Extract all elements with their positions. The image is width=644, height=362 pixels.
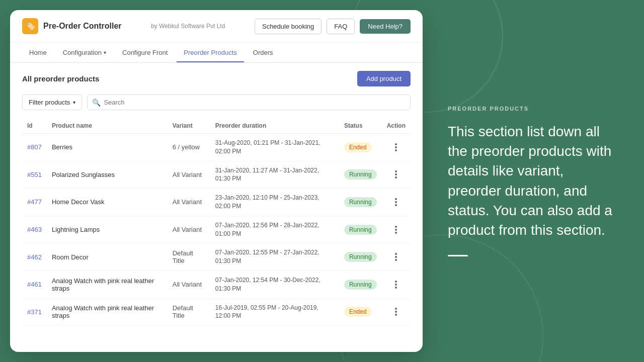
variant-2: All Variant <box>173 198 202 206</box>
duration-6: 16-Jul-2019, 02:55 PM - 20-Aug-2019, 12:… <box>215 304 318 320</box>
col-product-name: Product name <box>47 118 168 134</box>
dot-icon <box>395 149 397 151</box>
dot-icon <box>395 146 397 148</box>
status-badge-6: Ended <box>344 307 372 317</box>
table-row: #461 Analog Watch with pink real leather… <box>22 270 411 298</box>
chevron-down-icon: ▾ <box>73 100 75 105</box>
chevron-down-icon: ▾ <box>104 50 106 55</box>
dot-icon <box>395 176 397 178</box>
dot-icon <box>395 256 397 258</box>
status-badge-3: Running <box>344 225 377 235</box>
variant-3: All Variant <box>173 226 202 233</box>
app-card: 🏷️ Pre-Order Controller by Webkul Softwa… <box>10 10 423 352</box>
col-id: Id <box>22 118 47 134</box>
nav-item-configuration[interactable]: Configuration ▾ <box>56 43 113 62</box>
content-area: All preorder products Add product Filter… <box>10 63 423 334</box>
add-product-button[interactable]: Add product <box>357 71 411 86</box>
action-menu-2[interactable] <box>387 198 406 206</box>
search-input-wrap: 🔍 <box>87 95 411 110</box>
dot-icon <box>395 143 397 145</box>
product-name-2: Home Decor Vask <box>52 198 105 206</box>
schedule-booking-button[interactable]: Schedule booking <box>255 19 321 34</box>
product-id-4[interactable]: #462 <box>27 253 42 261</box>
nav-item-home[interactable]: Home <box>22 43 54 62</box>
dot-icon <box>395 229 397 231</box>
dot-icon <box>395 314 397 316</box>
status-badge-2: Running <box>344 197 377 207</box>
action-menu-4[interactable] <box>387 253 406 261</box>
product-id-2[interactable]: #477 <box>27 198 42 206</box>
filter-row: Filter products ▾ 🔍 <box>22 95 411 110</box>
variant-4: Default Title <box>173 249 193 264</box>
right-panel-label: PREORDER PRODUCTS <box>448 106 619 112</box>
col-preorder-duration: Preorder duration <box>210 118 339 134</box>
variant-1: All Variant <box>173 171 202 178</box>
action-menu-5[interactable] <box>387 281 406 289</box>
status-badge-1: Running <box>344 169 377 179</box>
product-name-4: Room Decor <box>52 253 89 261</box>
col-status: Status <box>339 118 382 134</box>
nav-bar: Home Configuration ▾ Configure Front Pre… <box>10 43 423 63</box>
product-name-3: Lightning Lamps <box>52 226 100 233</box>
action-menu-0[interactable] <box>387 143 406 151</box>
app-title-group: 🏷️ Pre-Order Controller <box>22 18 122 34</box>
duration-4: 07-Jan-2020, 12:55 PM - 27-Jan-2022, 01:… <box>215 249 319 264</box>
product-id-5[interactable]: #461 <box>27 281 42 288</box>
search-input[interactable] <box>87 95 411 110</box>
dot-icon <box>395 287 397 289</box>
nav-item-orders[interactable]: Orders <box>246 43 280 62</box>
dot-icon <box>395 311 397 313</box>
page-title: All preorder products <box>22 74 99 83</box>
product-name-1: Polarized Sunglasses <box>52 171 115 178</box>
product-id-1[interactable]: #551 <box>27 171 42 178</box>
status-badge-5: Running <box>344 280 377 290</box>
right-panel-divider <box>448 255 468 256</box>
status-badge-0: Ended <box>344 142 372 152</box>
filter-label: Filter products <box>29 99 70 106</box>
dot-icon <box>395 170 397 172</box>
right-panel: PREORDER PRODUCTS This section list down… <box>423 85 644 277</box>
products-table: Id Product name Variant Preorder duratio… <box>22 118 411 326</box>
filter-products-button[interactable]: Filter products ▾ <box>22 95 82 110</box>
search-icon: 🔍 <box>92 99 101 107</box>
table-header-row: Id Product name Variant Preorder duratio… <box>22 118 411 134</box>
app-subtitle: by Webkul Software Pvt Ltd <box>151 23 225 30</box>
product-id-0[interactable]: #807 <box>27 143 42 151</box>
dot-icon <box>395 173 397 175</box>
app-header: 🏷️ Pre-Order Controller by Webkul Softwa… <box>10 10 423 43</box>
duration-1: 31-Jan-2020, 11:27 AM - 31-Jan-2022, 01:… <box>215 167 319 183</box>
variant-5: All Variant <box>173 281 202 288</box>
app-title: Pre-Order Controller <box>43 22 122 31</box>
variant-6: Default Title <box>173 304 193 319</box>
dot-icon <box>395 284 397 286</box>
header-actions: Schedule booking FAQ Need Help? <box>255 19 411 34</box>
col-variant: Variant <box>168 118 210 134</box>
col-action: Action <box>382 118 411 134</box>
faq-button[interactable]: FAQ <box>327 19 355 34</box>
product-name-6: Analog Watch with pink real leather stra… <box>52 304 154 319</box>
product-name-0: Berries <box>52 143 72 151</box>
dot-icon <box>395 204 397 206</box>
table-row: #462 Room Decor Default Title 07-Jan-202… <box>22 243 411 271</box>
dot-icon <box>395 281 397 283</box>
table-row: #463 Lightning Lamps All Variant 07-Jan-… <box>22 216 411 243</box>
product-id-6[interactable]: #371 <box>27 308 42 316</box>
action-menu-3[interactable] <box>387 226 406 234</box>
nav-item-preorder-products[interactable]: Preorder Products <box>177 43 244 62</box>
action-menu-1[interactable] <box>387 170 406 178</box>
dot-icon <box>395 253 397 255</box>
status-badge-4: Running <box>344 252 377 262</box>
duration-5: 07-Jan-2020, 12:54 PM - 30-Dec-2022, 01:… <box>215 277 320 292</box>
right-panel-description: This section list down all the preorder … <box>448 122 619 240</box>
table-row: #807 Berries 6 / yellow 31-Aug-2020, 01:… <box>22 134 411 161</box>
nav-item-configure-front[interactable]: Configure Front <box>115 43 175 62</box>
variant-0: 6 / yellow <box>173 143 200 151</box>
content-header: All preorder products Add product <box>22 71 411 86</box>
duration-0: 31-Aug-2020, 01:21 PM - 31-Jan-2021, 02:… <box>215 139 320 155</box>
product-id-3[interactable]: #463 <box>27 226 42 233</box>
action-menu-6[interactable] <box>387 308 406 316</box>
dot-icon <box>395 226 397 228</box>
need-help-button[interactable]: Need Help? <box>360 19 411 34</box>
table-row: #477 Home Decor Vask All Variant 23-Jan-… <box>22 189 411 216</box>
dot-icon <box>395 201 397 203</box>
